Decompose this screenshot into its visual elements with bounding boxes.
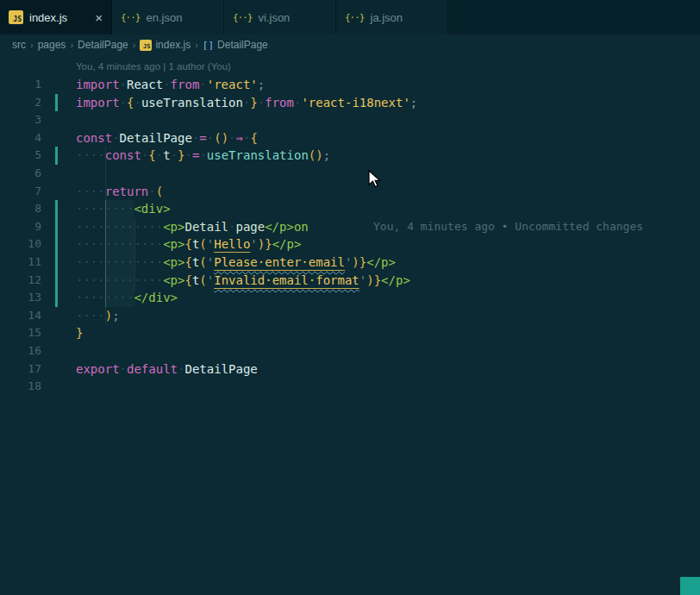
code-area: 1import·React·from·'react';2import·{·use… — [0, 76, 700, 396]
breadcrumb-label: DetailPage — [78, 39, 128, 51]
code-token: } — [250, 96, 257, 110]
code-token: ' — [250, 237, 257, 251]
code-line[interactable]: 6 — [0, 165, 700, 183]
gutter-modified-indicator — [55, 218, 58, 236]
line-number: 9 — [0, 218, 41, 236]
code-token: useTranslation — [141, 96, 243, 110]
line-number: 6 — [0, 165, 41, 183]
editor[interactable]: You, 4 minutes ago | 1 author (You) 1imp… — [0, 55, 700, 595]
code-token: <div> — [134, 202, 170, 216]
tab-ja.json[interactable]: {··}ja.json — [336, 0, 448, 34]
code-text: ········<div> — [76, 200, 171, 218]
code-token: import — [76, 96, 120, 110]
gutter-modified-indicator — [55, 94, 58, 112]
code-line[interactable]: 2import·{·useTranslation·}·from·'react-i… — [0, 94, 700, 112]
code-line[interactable]: 8········<div> — [0, 200, 700, 218]
code-token: </p> — [272, 237, 302, 251]
tab-label: vi.json — [259, 11, 291, 24]
tab-vi.json[interactable]: {··}vi.json — [224, 0, 336, 34]
code-token: · — [120, 78, 127, 91]
i18n-key: Please·enter·email — [214, 255, 345, 269]
code-line[interactable]: 7····return·( — [0, 183, 700, 201]
code-line[interactable]: 12············<p>{t('Invalid·email·forma… — [0, 272, 700, 290]
code-line[interactable]: 14····); — [0, 307, 700, 325]
code-token: from — [171, 78, 200, 91]
gutter-modified-indicator — [55, 200, 58, 218]
codelens-annotation[interactable]: You, 4 minutes ago | 1 author (You) — [0, 55, 700, 76]
vscode-window: JSindex.js×{··}en.json{··}vi.json{··}ja.… — [0, 0, 700, 595]
breadcrumb-label: index.js — [155, 39, 191, 51]
code-line[interactable]: 10············<p>{t('Hello')}</p> — [0, 235, 700, 254]
code-token: ···· — [76, 148, 105, 162]
line-number: 14 — [0, 307, 41, 325]
breadcrumb-item-DetailPage[interactable]: []DetailPage — [203, 39, 268, 51]
code-line[interactable]: 4const·DetailPage·=·()·⇒·{ — [0, 129, 700, 147]
breadcrumb-item-DetailPage[interactable]: DetailPage — [78, 39, 128, 51]
code-token: · — [112, 131, 119, 145]
js-file-icon: JS — [140, 40, 152, 51]
code-token: · — [156, 148, 163, 162]
line-number: 16 — [0, 342, 41, 360]
code-line[interactable]: 13········</div> — [0, 289, 700, 307]
gutter-modified-indicator — [55, 235, 58, 254]
code-token: } — [265, 237, 272, 251]
code-token: DetailPage — [120, 131, 192, 145]
tab-index.js[interactable]: JSindex.js× — [0, 0, 112, 34]
line-number: 4 — [0, 129, 41, 147]
code-line[interactable]: 17export·default·DetailPage — [0, 360, 700, 379]
code-line[interactable]: 3 — [0, 111, 700, 129]
code-line[interactable]: 16 — [0, 342, 700, 360]
code-token: ············ — [76, 237, 163, 251]
breadcrumb-item-src[interactable]: src — [12, 39, 26, 51]
corner-notification-badge — [680, 577, 700, 595]
code-token: · — [171, 148, 178, 162]
code-token: page — [235, 220, 265, 234]
line-number: 18 — [0, 378, 41, 396]
code-line[interactable]: 15} — [0, 324, 700, 342]
gutter-modified-indicator — [55, 147, 58, 165]
breadcrumb-item-index.js[interactable]: JSindex.js — [140, 39, 191, 51]
code-token: React — [127, 78, 163, 91]
breadcrumb-label: src — [12, 39, 26, 51]
code-line[interactable]: 9············<p>Detail·page</p>onYou, 4 … — [0, 218, 700, 236]
code-token: const — [105, 148, 141, 162]
code-token: () — [309, 148, 323, 162]
close-icon[interactable]: × — [95, 11, 103, 24]
mouse-cursor — [368, 170, 382, 189]
code-line[interactable]: 1import·React·from·'react'; — [0, 76, 700, 94]
chevron-right-icon: › — [70, 40, 73, 50]
chevron-right-icon: › — [195, 40, 198, 50]
symbol-icon: [] — [203, 40, 214, 51]
line-number: 3 — [0, 111, 41, 129]
code-token: import — [76, 78, 120, 91]
code-token: ⇒ — [236, 131, 243, 145]
code-token: <p> — [163, 255, 184, 269]
breadcrumb-item-pages[interactable]: pages — [38, 39, 66, 51]
code-text: const·DetailPage·=·()·⇒·{ — [76, 129, 258, 147]
code-token: ; — [323, 148, 330, 162]
code-line[interactable]: 5····const·{·t·}·=·useTranslation(); — [0, 147, 700, 165]
code-token: ············ — [76, 273, 163, 287]
code-text: ····); — [76, 307, 120, 325]
line-number: 17 — [0, 360, 41, 379]
code-token: ( — [156, 185, 163, 198]
code-token: ···· — [76, 309, 105, 323]
breadcrumb: src›pages›DetailPage›JSindex.js›[]Detail… — [0, 34, 700, 55]
json-file-icon: {··} — [121, 12, 141, 23]
code-token: () — [214, 131, 228, 145]
json-file-icon: {··} — [233, 12, 253, 23]
code-text: } — [76, 324, 83, 342]
code-line[interactable]: 11············<p>{t('Please·enter·email'… — [0, 254, 700, 272]
code-token: ············ — [76, 255, 163, 269]
code-token: · — [185, 148, 192, 162]
code-token: { — [250, 131, 257, 145]
gutter-modified-indicator — [55, 272, 58, 290]
code-token: const — [76, 131, 112, 145]
code-token: Detail — [184, 220, 228, 234]
code-token: = — [199, 131, 206, 145]
code-token: ············ — [76, 220, 163, 234]
code-line[interactable]: 18 — [0, 378, 700, 396]
tab-bar: JSindex.js×{··}en.json{··}vi.json{··}ja.… — [0, 0, 700, 34]
tab-en.json[interactable]: {··}en.json — [112, 0, 224, 34]
code-token: · — [120, 96, 127, 110]
